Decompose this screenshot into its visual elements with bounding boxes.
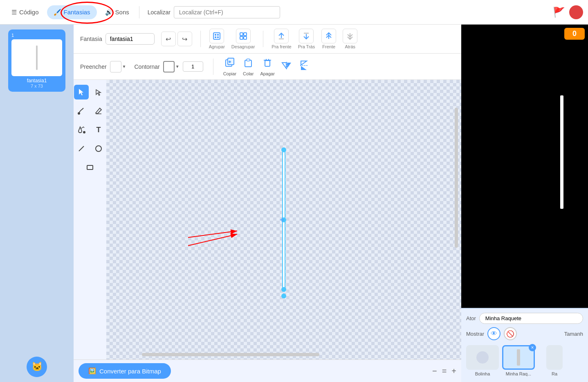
atras-label: Atrás (345, 44, 355, 49)
circle-tool[interactable] (91, 141, 106, 156)
ball-preview (476, 351, 489, 364)
top-nav: ☰ Código 🖌️ Fantasias 🔊 Sons Localizar 🚩 (0, 0, 588, 25)
sprite-label-bolinha: Bolinha (475, 371, 490, 376)
sprite-delete-icon[interactable]: × (529, 344, 536, 351)
visibility-row: Mostrar 👁 🚫 Tamanh (466, 327, 583, 340)
svg-rect-16 (247, 59, 250, 61)
flag-icon[interactable]: 🚩 (553, 7, 565, 18)
tamanho-label: Tamanh (564, 331, 583, 337)
right-panel: 0 Ator Mostrar 👁 🚫 Tamanh Bolinha (461, 25, 588, 382)
actor-name-input[interactable] (479, 313, 583, 324)
sprite-ra[interactable]: Ra (538, 345, 571, 376)
frente-label: Frente (322, 44, 335, 49)
pra-tras-button[interactable] (299, 29, 314, 43)
sprite-label-raquete: Minha Raq... (506, 371, 531, 376)
rect-tool[interactable] (83, 160, 97, 175)
line-tool[interactable] (74, 141, 89, 156)
node-tool[interactable] (91, 85, 106, 99)
search-input[interactable] (174, 6, 280, 18)
svg-point-31 (83, 131, 85, 133)
svg-point-29 (78, 112, 80, 115)
costume-name: fantasia1 (11, 78, 62, 84)
text-tool[interactable]: T (91, 122, 106, 137)
main-layout: 1 fantasia1 7 x 73 🐱 Fantasia ↩ ↪ (0, 25, 588, 382)
tool-row-3: T (74, 122, 106, 137)
svg-rect-4 (217, 36, 219, 38)
brush-tool[interactable] (74, 104, 89, 118)
hide-button[interactable]: 🚫 (504, 327, 517, 340)
flip-h-action[interactable] (281, 60, 292, 73)
convert-button[interactable]: 🖼️ Converter para Bitmap (79, 363, 171, 379)
svg-line-37 (188, 234, 237, 246)
copy-icon (224, 57, 235, 70)
fill-tool[interactable] (74, 122, 89, 137)
zoom-out-button[interactable]: − (432, 366, 437, 376)
ungroup-button[interactable] (236, 29, 251, 43)
outline-width-input[interactable] (183, 61, 203, 72)
group-label: Agrupar (209, 44, 225, 49)
sons-tab[interactable]: 🔊 Sons (99, 5, 136, 19)
svg-rect-5 (240, 33, 243, 36)
sons-label: Sons (115, 9, 129, 16)
zoom-separator: = (442, 366, 447, 376)
costume-size: 7 x 73 (11, 84, 62, 88)
toolbar-row1: Fantasia ↩ ↪ Agrupar Desagrupar (74, 25, 461, 54)
copy-action[interactable]: Copiar (223, 57, 236, 76)
frente-button[interactable] (321, 29, 336, 43)
sprite-thumb-bolinha (466, 345, 499, 370)
fantasias-tab[interactable]: 🖌️ Fantasias (47, 5, 97, 19)
redo-button[interactable]: ↪ (177, 32, 192, 46)
svg-rect-7 (240, 36, 243, 39)
canvas-scrollbar-horizontal[interactable] (142, 353, 319, 356)
delete-action[interactable]: Apagar (260, 57, 274, 76)
convert-icon: 🖼️ (88, 367, 96, 375)
fantasia-name-input[interactable] (105, 33, 155, 45)
stop-button[interactable] (569, 5, 583, 19)
flip-v-action[interactable] (298, 60, 309, 73)
costume-preview-image (36, 45, 38, 70)
show-button[interactable]: 👁 (487, 327, 500, 340)
pra-frente-btn: Pra frente (272, 29, 291, 49)
fill-color-swatch[interactable] (110, 61, 121, 72)
add-costume-icon: 🐱 (31, 362, 43, 372)
fantasia-label: Fantasia (80, 36, 102, 42)
outline-dropdown-arrow[interactable]: ▼ (175, 64, 180, 69)
pra-frente-button[interactable] (274, 29, 289, 43)
svg-rect-2 (217, 34, 219, 36)
add-costume-button[interactable]: 🐱 (27, 357, 47, 377)
codigo-tab[interactable]: ☰ Código (5, 5, 45, 19)
canvas-scrollbar-vertical[interactable] (455, 108, 458, 248)
sprite-raquete[interactable]: × Minha Raq... (502, 345, 535, 376)
pra-tras-btn: Pra Trás (298, 29, 315, 49)
outline-color-swatch[interactable] (163, 61, 175, 72)
pra-tras-label: Pra Trás (298, 44, 315, 49)
atras-button[interactable] (343, 29, 357, 43)
sprite-bolinha[interactable]: Bolinha (466, 345, 499, 376)
select-tool[interactable] (74, 85, 89, 99)
paste-action[interactable]: Colar (243, 57, 254, 76)
group-button[interactable] (209, 29, 224, 43)
toolbar-row2: Preencher ▼ Contornar ▼ (74, 54, 461, 80)
center-editor: Fantasia ↩ ↪ Agrupar Desagrupar (74, 25, 461, 382)
fill-dropdown-arrow[interactable]: ▼ (122, 64, 126, 69)
tool-row-4 (74, 141, 106, 156)
zoom-controls: − = + (432, 366, 456, 376)
svg-marker-24 (301, 61, 307, 65)
search-label: Localizar (148, 9, 171, 16)
fantasia-section: Fantasia (80, 33, 155, 45)
flip-v-icon (298, 60, 309, 73)
annotation-arrows (188, 225, 254, 250)
fantasias-icon: 🖌️ (54, 9, 61, 16)
costume-preview (11, 39, 62, 76)
sprites-row: Bolinha × Minha Raq... Ra (466, 344, 583, 378)
eraser-tool[interactable] (91, 104, 106, 118)
canvas-container[interactable]: ✛ (106, 80, 461, 359)
canvas-checkerboard: ✛ (106, 80, 461, 359)
costume-card[interactable]: 1 fantasia1 7 x 73 (8, 29, 65, 92)
sprite-label-ra: Ra (550, 371, 559, 376)
zoom-in-button[interactable]: + (451, 366, 456, 376)
undo-button[interactable]: ↩ (161, 32, 176, 46)
racket-shape: ✛ (281, 150, 287, 290)
actor-panel: Ator Mostrar 👁 🚫 Tamanh Bolinha (461, 308, 588, 382)
codigo-icon: ☰ (11, 9, 17, 16)
